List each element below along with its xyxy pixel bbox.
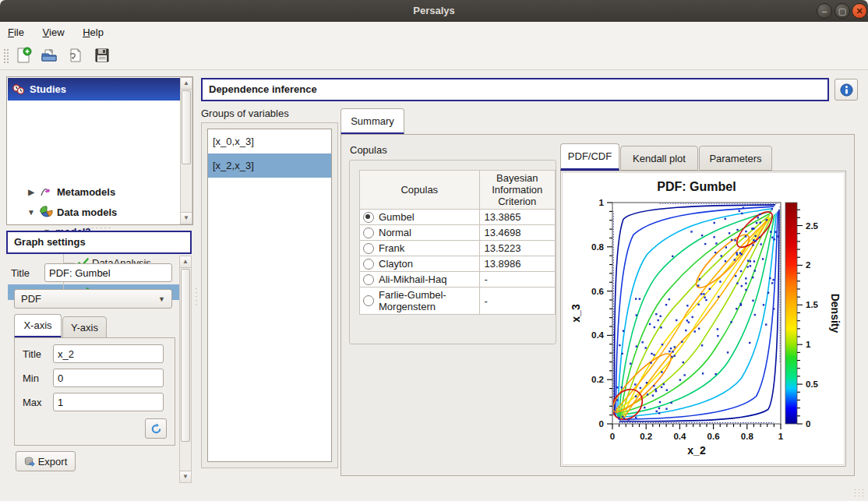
svg-text:1: 1 [599, 198, 605, 207]
tab-parameters[interactable]: Parameters [699, 146, 772, 171]
copula-bic-value: 13.5223 [479, 241, 555, 256]
tree-item-metamodels[interactable]: ▶ Metamodels [26, 182, 199, 202]
graph-settings-header: Graph settings [6, 231, 192, 254]
vertical-splitter[interactable]: ····· [194, 287, 200, 306]
tab-y-axis[interactable]: Y-axis [62, 316, 107, 338]
group-item-selected[interactable]: [x_2,x_3] [208, 153, 331, 178]
tree-scrollbar[interactable]: ▲ ▼ [180, 77, 192, 224]
group-item[interactable]: [x_0,x_3] [208, 129, 331, 153]
app-window: Persalys ‒ ▢ ✕ File View Help [0, 0, 868, 501]
svg-text:2.5: 2.5 [806, 221, 819, 231]
copula-cell: Normal [360, 225, 480, 241]
close-button[interactable]: ✕ [852, 3, 867, 19]
scroll-up-icon[interactable]: ▲ [181, 78, 192, 90]
save-study-button[interactable] [92, 47, 112, 65]
tab-kendall-plot[interactable]: Kendall plot [620, 146, 698, 171]
graph-settings-title: Graph settings [14, 236, 86, 248]
svg-text:PDF: Gumbel: PDF: Gumbel [657, 180, 736, 193]
reset-axis-button[interactable] [145, 418, 167, 439]
menu-file[interactable]: File [0, 22, 32, 43]
pdf-plot[interactable]: PDF: Gumbel00.20.40.60.8100.20.40.60.81x… [561, 171, 845, 466]
copula-radio[interactable] [363, 274, 374, 285]
metamodel-icon [40, 185, 54, 198]
copula-row: Normal13.4698 [360, 225, 556, 241]
tab-label: Parameters [709, 153, 761, 164]
copula-name: Clayton [379, 258, 413, 270]
import-script-button[interactable] [65, 47, 86, 65]
scrollbar-thumb[interactable] [181, 269, 190, 442]
svg-text:0.6: 0.6 [707, 432, 720, 441]
chevron-down-icon[interactable]: ▼ [26, 208, 37, 217]
info-icon [840, 83, 853, 97]
copula-radio[interactable] [363, 228, 374, 238]
plot-title-label: Title [11, 267, 30, 279]
plot-type-select[interactable]: PDF ▼ [14, 289, 172, 309]
copula-radio[interactable] [363, 212, 374, 223]
copula-name: Gumbel [379, 211, 415, 223]
copula-bic-value: - [479, 272, 555, 288]
copula-radio[interactable] [363, 243, 374, 254]
import-script-icon [67, 47, 84, 64]
graph-settings-scrollbar[interactable]: ▲ ▼ [179, 256, 192, 483]
studies-header: Studies [8, 78, 181, 101]
toolbar-grip[interactable] [3, 48, 9, 64]
axis-settings-frame: Title Min Max [14, 337, 175, 446]
scroll-down-icon[interactable]: ▼ [180, 471, 191, 482]
plot-title-input[interactable] [44, 263, 172, 282]
resize-grip[interactable]: ········· [854, 488, 865, 497]
copula-row: Gumbel13.3865 [360, 210, 556, 225]
axis-title-input[interactable] [53, 344, 164, 363]
svg-text:0: 0 [599, 419, 604, 429]
tab-pdf-cdf[interactable]: PDF/CDF [560, 143, 619, 171]
open-study-button[interactable] [39, 47, 59, 65]
copula-cell: Ali-Mikhail-Haq [360, 272, 480, 288]
copula-bic-value: - [479, 288, 555, 315]
new-study-button[interactable] [13, 47, 34, 65]
toolbar [0, 43, 868, 70]
menu-help[interactable]: Help [75, 22, 111, 43]
svg-text:0.5: 0.5 [806, 379, 819, 389]
scroll-up-icon[interactable]: ▲ [180, 256, 191, 268]
groups-list: [x_0,x_3] [x_2,x_3] [207, 129, 332, 462]
svg-text:2: 2 [806, 260, 810, 270]
graph-settings-panel: Title PDF ▼ X-axis Y-axis Title Min Max [6, 256, 192, 483]
svg-text:0: 0 [806, 419, 810, 429]
svg-text:0.2: 0.2 [591, 375, 604, 384]
menu-view[interactable]: View [35, 22, 72, 43]
window-title: Persalys [0, 0, 868, 22]
copula-cell: Clayton [360, 256, 480, 272]
table-header-row: Copulas Bayesian Information Criterion [360, 171, 556, 210]
col-copulas: Copulas [360, 171, 480, 210]
minimize-button[interactable]: ‒ [817, 3, 832, 19]
copula-radio[interactable] [363, 295, 374, 306]
copula-row: Ali-Mikhail-Haq- [360, 272, 556, 288]
maximize-button[interactable]: ▢ [834, 3, 850, 19]
info-button[interactable] [834, 79, 858, 101]
copula-name: Frank [379, 242, 404, 254]
copula-bic-value: 13.4698 [479, 225, 555, 241]
tab-x-axis[interactable]: X-axis [14, 314, 62, 338]
copula-name: Normal [379, 227, 411, 238]
datamodel-icon [40, 206, 54, 218]
chevron-right-icon[interactable]: ▶ [26, 188, 37, 196]
tab-label: Summary [351, 115, 394, 127]
tab-summary[interactable]: Summary [340, 108, 404, 135]
svg-text:1: 1 [778, 432, 784, 441]
axis-max-input[interactable] [53, 393, 164, 411]
export-button[interactable]: Export [16, 451, 76, 471]
tree-item-datamodels[interactable]: ▼ Data models [26, 202, 199, 222]
tab-label: X-axis [23, 319, 51, 331]
axis-min-label: Min [23, 372, 39, 384]
copula-name: Farlie-Gumbel-Morgenstern [379, 289, 476, 312]
svg-text:0.2: 0.2 [640, 432, 652, 441]
studies-tree-panel: Studies ▶ Metamodels ▼ Data models ▼ mod… [6, 76, 193, 225]
svg-text:0.4: 0.4 [673, 432, 686, 441]
refresh-icon [150, 423, 162, 435]
svg-text:x_3: x_3 [570, 304, 582, 323]
copula-radio[interactable] [363, 259, 374, 270]
save-icon [94, 47, 111, 64]
axis-min-input[interactable] [53, 369, 164, 387]
scroll-down-icon[interactable]: ▼ [181, 212, 192, 224]
svg-text:0: 0 [610, 432, 615, 441]
scrollbar-thumb[interactable] [182, 90, 191, 164]
